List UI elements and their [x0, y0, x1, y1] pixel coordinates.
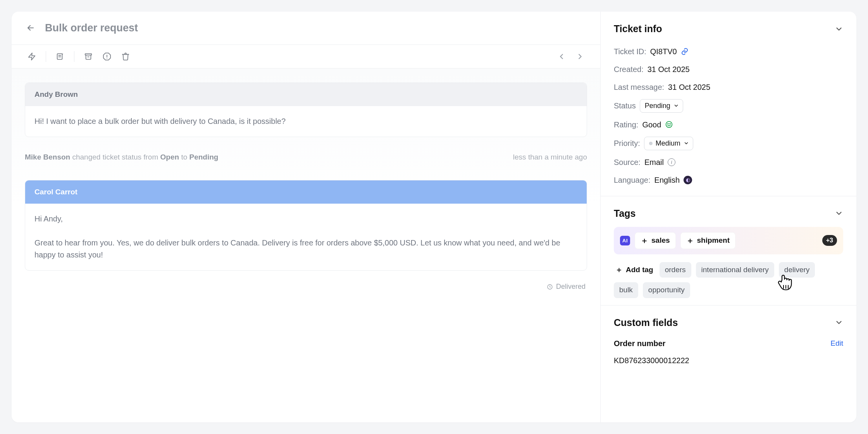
link-icon	[681, 48, 689, 55]
ticket-info-section: Ticket info Ticket ID: QI8TV0 Created: 3…	[601, 12, 856, 196]
clock-icon	[547, 284, 553, 290]
last-message-row: Last message: 31 Oct 2025	[614, 78, 843, 96]
separator	[74, 51, 74, 62]
alert-octagon-icon	[103, 52, 111, 61]
collapse-ticket-info[interactable]	[835, 25, 843, 33]
ticket-id-row: Ticket ID: QI8TV0	[614, 43, 843, 60]
archive-button[interactable]	[81, 50, 95, 63]
quick-action-button[interactable]	[25, 50, 39, 63]
tag-chip[interactable]: delivery	[779, 262, 815, 278]
svg-point-7	[107, 58, 107, 58]
note-button[interactable]	[53, 50, 67, 63]
custom-field-row: Order number Edit	[614, 336, 843, 349]
status-row: Status Pending	[614, 96, 843, 116]
source-row: Source: Email i	[614, 153, 843, 171]
status-event-from: Open	[160, 153, 179, 161]
info-icon[interactable]: i	[668, 158, 675, 166]
svg-point-10	[668, 124, 668, 124]
main-column: Bulk order request	[12, 12, 601, 422]
ai-more-count[interactable]: +3	[822, 235, 837, 246]
ai-suggestion-chip[interactable]: ＋ sales	[635, 232, 676, 249]
toolbar	[12, 45, 600, 69]
priority-row: Priority: Medium	[614, 134, 843, 153]
svg-point-9	[666, 122, 672, 128]
ai-suggestions-row: AI ＋ sales ＋ shipment +3	[614, 227, 843, 254]
lightning-icon	[28, 52, 36, 61]
plus-icon: ＋	[641, 237, 648, 244]
priority-dot-icon	[649, 142, 653, 145]
back-button[interactable]	[25, 22, 36, 34]
edit-custom-field-button[interactable]: Edit	[830, 338, 843, 349]
rating-row: Rating: Good	[614, 116, 843, 134]
copy-link-button[interactable]	[681, 48, 689, 55]
message-body: Hi! I want to place a bulk order but wit…	[25, 106, 587, 137]
custom-field-label: Order number	[614, 338, 665, 349]
message-body: Hi Andy, Great to hear from you. Yes, we…	[25, 204, 587, 270]
side-panel: Ticket info Ticket ID: QI8TV0 Created: 3…	[601, 12, 856, 422]
tags-section: Tags AI ＋ sales ＋ shipment +3	[601, 196, 856, 305]
chevron-down-icon	[835, 25, 843, 33]
svg-marker-1	[29, 53, 35, 60]
trash-icon	[121, 52, 130, 61]
arrow-left-icon	[26, 23, 35, 33]
page-header: Bulk order request	[12, 12, 600, 45]
chevron-right-icon	[576, 52, 584, 61]
section-title: Ticket info	[614, 22, 662, 36]
chevron-down-icon	[673, 103, 679, 108]
prev-ticket-button[interactable]	[555, 50, 568, 63]
chevron-down-icon	[835, 318, 843, 327]
status-event: Mike Benson changed ticket status from O…	[25, 152, 587, 163]
ai-badge: AI	[620, 236, 630, 246]
language-row: Language: English ◐	[614, 171, 843, 189]
status-event-to: Pending	[189, 153, 219, 161]
plus-icon: ＋	[615, 264, 623, 276]
language-icon: ◐	[684, 176, 692, 184]
archive-icon	[84, 52, 93, 61]
delivery-status: Delivered	[25, 281, 587, 292]
next-ticket-button[interactable]	[573, 50, 587, 63]
note-sparkle-icon	[56, 52, 64, 61]
spam-button[interactable]	[100, 50, 114, 63]
collapse-tags[interactable]	[835, 209, 843, 218]
delete-button[interactable]	[119, 50, 133, 63]
status-select[interactable]: Pending	[640, 99, 683, 113]
custom-field-value: KD876233000012222	[614, 349, 843, 366]
message-author: Andy Brown	[25, 83, 587, 106]
status-event-actor: Mike Benson	[25, 153, 70, 161]
status-event-text: Mike Benson changed ticket status from O…	[25, 152, 218, 163]
tag-chip[interactable]: orders	[660, 262, 691, 278]
collapse-custom-fields[interactable]	[835, 318, 843, 327]
page-title: Bulk order request	[45, 20, 138, 36]
conversation: Andy Brown Hi! I want to place a bulk or…	[12, 69, 600, 423]
message-incoming: Andy Brown Hi! I want to place a bulk or…	[25, 82, 587, 137]
chevron-down-icon	[684, 141, 689, 146]
add-tag-button[interactable]: ＋ Add tag	[614, 262, 655, 278]
created-row: Created: 31 Oct 2025	[614, 60, 843, 78]
svg-point-11	[670, 124, 671, 124]
tag-list: ＋ Add tag orders international delivery …	[614, 262, 843, 298]
ticket-id-value: QI8TV0	[650, 46, 677, 57]
status-event-time: less than a minute ago	[513, 152, 587, 163]
chevron-left-icon	[557, 52, 566, 61]
ai-suggestion-chip[interactable]: ＋ shipment	[680, 232, 735, 249]
priority-select[interactable]: Medium	[644, 137, 693, 150]
section-title: Tags	[614, 206, 636, 221]
message-outgoing: Carol Carrot Hi Andy, Great to hear from…	[25, 180, 587, 271]
separator	[46, 51, 46, 62]
message-author: Carol Carrot	[25, 180, 587, 204]
tag-chip[interactable]: bulk	[614, 282, 638, 298]
tag-chip[interactable]: international delivery	[696, 262, 774, 278]
smile-icon	[665, 120, 673, 129]
chevron-down-icon	[835, 209, 843, 218]
plus-icon: ＋	[686, 237, 694, 244]
tag-chip[interactable]: opportunity	[643, 282, 690, 298]
section-title: Custom fields	[614, 316, 678, 330]
custom-fields-section: Custom fields Order number Edit KD876233…	[601, 305, 856, 374]
